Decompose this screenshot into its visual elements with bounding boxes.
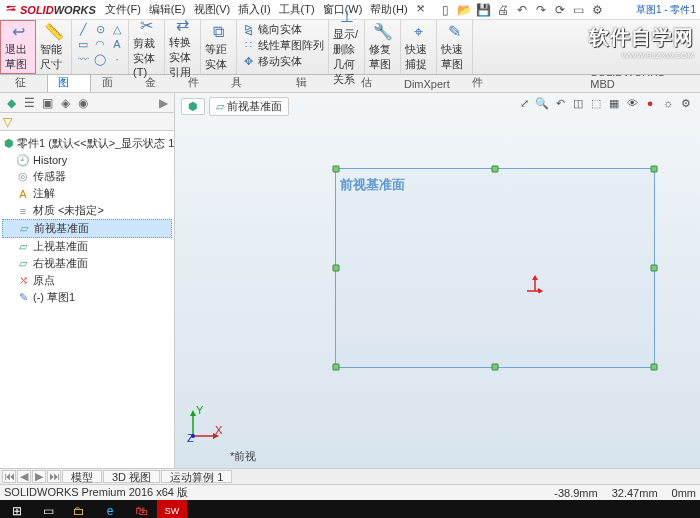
tab-motion[interactable]: 运动算例 1 (161, 470, 232, 483)
relations-button[interactable]: ⊥ 显示/删除几何关系 (329, 20, 365, 74)
display-style-icon[interactable]: ▦ (606, 95, 622, 111)
tab-dimxpert[interactable]: DimXpert (393, 75, 461, 92)
relations-icon: ⊥ (336, 7, 358, 26)
rapid-sketch-button[interactable]: ✎ 快速草图 (437, 20, 473, 74)
sw-task-icon[interactable]: SW (157, 500, 187, 518)
status-z: 0mm (672, 487, 696, 499)
offset-button[interactable]: ⧉ 等距实体 (201, 20, 237, 74)
hide-show-icon[interactable]: 👁 (624, 95, 640, 111)
tree-history[interactable]: 🕘History (2, 152, 172, 168)
convert-icon: ⇄ (172, 15, 194, 34)
tree-right-plane[interactable]: ▱右视基准面 (2, 255, 172, 272)
taskview-icon[interactable]: ▭ (33, 500, 63, 518)
convert-button[interactable]: ⇄ 转换实体引用 (165, 20, 201, 74)
rect-tool[interactable]: ▭◠A (76, 37, 124, 51)
undo-icon[interactable]: ↶ (514, 2, 530, 18)
offset-icon: ⧉ (208, 22, 230, 41)
viewport-orientation-label: *前视 (230, 449, 256, 464)
view-orient-icon[interactable]: ⬚ (588, 95, 604, 111)
save-icon[interactable]: 💾 (476, 2, 492, 18)
status-version: SOLIDWORKS Premium 2016 x64 版 (4, 485, 188, 500)
menu-tools[interactable]: 工具(T) (276, 1, 318, 18)
exit-sketch-button[interactable]: ↩ 退出草图 (0, 20, 36, 74)
breadcrumb-plane[interactable]: ▱前视基准面 (209, 97, 289, 116)
zoom-fit-icon[interactable]: ⤢ (516, 95, 532, 111)
tab-nav-prev-icon[interactable]: ◀ (17, 470, 31, 483)
mirror-button[interactable]: ⧎镜向实体 (241, 22, 324, 37)
explorer-icon[interactable]: 🗀 (64, 500, 94, 518)
tab-nav-last-icon[interactable]: ⏭ (47, 470, 61, 483)
redo-icon[interactable]: ↷ (533, 2, 549, 18)
sketch-plane-outline[interactable] (335, 168, 655, 368)
fm-tab-dimxpert-icon[interactable]: ◈ (57, 95, 73, 111)
breadcrumb-part-icon[interactable]: ⬢ (181, 98, 205, 115)
tab-nav-next-icon[interactable]: ▶ (32, 470, 46, 483)
handle-ml[interactable] (333, 265, 340, 272)
tab-3dview[interactable]: 3D 视图 (103, 470, 160, 483)
handle-mr[interactable] (651, 265, 658, 272)
filter-icon[interactable]: ▽ (3, 115, 12, 129)
feature-tree[interactable]: ⬢零件1 (默认<<默认>_显示状态 1>) 🕘History ◎传感器 A注解… (0, 131, 174, 468)
pattern-group: ⧎镜向实体 ∷线性草图阵列 ✥移动实体 (237, 20, 329, 74)
document-tab[interactable]: 草图1 - 零件1 (636, 3, 696, 17)
tree-material[interactable]: ≡材质 <未指定> (2, 202, 172, 219)
fm-tab-config-icon[interactable]: ▣ (39, 95, 55, 111)
fm-tab-display-icon[interactable]: ◉ (75, 95, 91, 111)
section-icon[interactable]: ◫ (570, 95, 586, 111)
exit-sketch-icon: ↩ (7, 22, 29, 41)
fm-tab-property-icon[interactable]: ☰ (21, 95, 37, 111)
fm-collapse-icon[interactable]: ▶ (155, 95, 171, 111)
tree-origin[interactable]: ⤭原点 (2, 272, 172, 289)
tab-nav-first-icon[interactable]: ⏮ (2, 470, 16, 483)
move-button[interactable]: ✥移动实体 (241, 54, 324, 69)
tree-front-plane[interactable]: ▱前视基准面 (2, 219, 172, 238)
spline-tool[interactable]: 〰◯· (76, 52, 124, 66)
view-settings-icon[interactable]: ⚙ (678, 95, 694, 111)
feature-manager-panel: ◆ ☰ ▣ ◈ ◉ ▶ ▽ ⬢零件1 (默认<<默认>_显示状态 1>) 🕘Hi… (0, 93, 175, 468)
quick-access-toolbar: ▯ 📂 💾 🖨 ↶ ↷ ⟳ ▭ ⚙ (438, 2, 606, 18)
handle-bc[interactable] (492, 364, 499, 371)
select-icon[interactable]: ▭ (571, 2, 587, 18)
menu-insert[interactable]: 插入(I) (235, 1, 273, 18)
svg-text:X: X (215, 424, 223, 436)
trim-button[interactable]: ✂ 剪裁实体(T) (129, 20, 165, 74)
menu-help[interactable]: 帮助(H) (367, 1, 410, 18)
graphics-viewport[interactable]: ⬢ ▱前视基准面 ⤢ 🔍 ↶ ◫ ⬚ ▦ 👁 ● ☼ ⚙ 前视基准面 (175, 93, 700, 468)
rebuild-icon[interactable]: ⟳ (552, 2, 568, 18)
rapid-icon: ✎ (444, 22, 466, 41)
store-icon[interactable]: 🛍 (126, 500, 156, 518)
handle-bl[interactable] (333, 364, 340, 371)
new-icon[interactable]: ▯ (438, 2, 454, 18)
menu-pin-icon[interactable]: ⤧ (413, 1, 428, 18)
options-icon[interactable]: ⚙ (590, 2, 606, 18)
linear-pattern-button[interactable]: ∷线性草图阵列 (241, 38, 324, 53)
handle-tl[interactable] (333, 166, 340, 173)
handle-tc[interactable] (492, 166, 499, 173)
tree-annotations[interactable]: A注解 (2, 185, 172, 202)
tab-model[interactable]: 模型 (62, 470, 102, 483)
line-tool[interactable]: ╱⊙△ (76, 22, 124, 36)
menu-view[interactable]: 视图(V) (191, 1, 234, 18)
handle-tr[interactable] (651, 166, 658, 173)
breadcrumb: ⬢ ▱前视基准面 (181, 97, 289, 116)
start-button[interactable]: ⊞ (2, 500, 32, 518)
view-triad[interactable]: Y X Z (185, 404, 225, 446)
trim-icon: ✂ (136, 16, 158, 35)
edge-icon[interactable]: e (95, 500, 125, 518)
tree-root[interactable]: ⬢零件1 (默认<<默认>_显示状态 1>) (2, 135, 172, 152)
tree-top-plane[interactable]: ▱上视基准面 (2, 238, 172, 255)
quick-snap-button[interactable]: ⌖ 快速捕捉 (401, 20, 437, 74)
tree-sensors[interactable]: ◎传感器 (2, 168, 172, 185)
scene-icon[interactable]: ☼ (660, 95, 676, 111)
open-icon[interactable]: 📂 (457, 2, 473, 18)
tree-sketch1[interactable]: ✎(-) 草图1 (2, 289, 172, 306)
windows-taskbar: ⊞ ▭ 🗀 e 🛍 SW (0, 500, 700, 518)
zoom-area-icon[interactable]: 🔍 (534, 95, 550, 111)
print-icon[interactable]: 🖨 (495, 2, 511, 18)
handle-br[interactable] (651, 364, 658, 371)
smart-dimension-button[interactable]: 📏 智能尺寸 (36, 20, 72, 74)
fm-tab-tree-icon[interactable]: ◆ (3, 95, 19, 111)
appearance-icon[interactable]: ● (642, 95, 658, 111)
prev-view-icon[interactable]: ↶ (552, 95, 568, 111)
repair-button[interactable]: 🔧 修复草图 (365, 20, 401, 74)
